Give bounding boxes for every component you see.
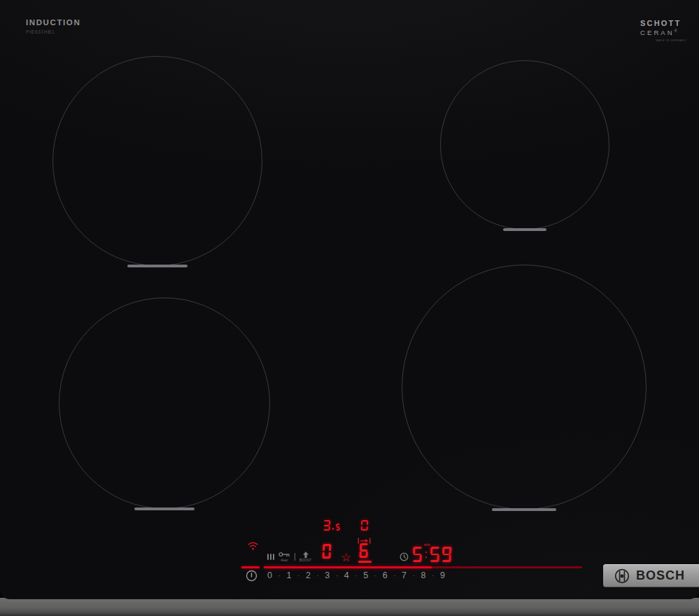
power-button[interactable] bbox=[246, 570, 257, 582]
boost-label: BOOST bbox=[299, 559, 311, 562]
timer-clock-icon[interactable] bbox=[400, 552, 409, 561]
power-scale-dot: · bbox=[316, 571, 319, 580]
ceran-wordmark: CERAN® bbox=[640, 29, 686, 36]
childlock-duration-label: 4sec bbox=[281, 559, 288, 562]
glass-fineprint: MADE IN GERMANY bbox=[656, 38, 686, 42]
seven-segment-digit bbox=[412, 547, 422, 562]
function-key-row: 4sec BOOST bbox=[267, 552, 311, 562]
seven-segment-digit bbox=[361, 520, 369, 531]
power-level-4[interactable]: 4 bbox=[344, 570, 349, 580]
boost-key[interactable]: BOOST bbox=[299, 552, 311, 562]
power-level-8[interactable]: 8 bbox=[421, 570, 426, 580]
cooking-zone-rear-left bbox=[52, 56, 262, 266]
power-level-2[interactable]: 2 bbox=[306, 570, 311, 580]
power-slider-fill bbox=[264, 566, 432, 568]
hob-front-trim bbox=[0, 598, 699, 616]
power-level-6[interactable]: 6 bbox=[383, 570, 388, 580]
divider bbox=[295, 553, 295, 561]
power-scale-dot: · bbox=[278, 571, 281, 580]
seven-segment-digit bbox=[430, 547, 439, 562]
glass-surface: INDUCTION PIE631HB1 SCHOTT CERAN® MADE I… bbox=[0, 0, 699, 599]
zone-marker bbox=[492, 508, 556, 511]
decimal-point bbox=[332, 528, 334, 530]
boost-arrow-icon bbox=[302, 552, 309, 558]
touch-control-panel: ☆ 4sec BOOST bbox=[238, 514, 602, 586]
seven-segment-digit bbox=[335, 524, 340, 531]
timer-display[interactable] bbox=[413, 547, 451, 562]
zone-display-front-right[interactable] bbox=[360, 543, 368, 558]
key-lock-icon bbox=[278, 552, 290, 558]
bosch-badge: BOSCH bbox=[603, 564, 699, 587]
schott-ceran-logo: SCHOTT CERAN® MADE IN GERMANY bbox=[640, 19, 686, 42]
bosch-logo-text: BOSCH bbox=[636, 568, 685, 583]
zone-marker bbox=[134, 507, 195, 510]
cooking-zone-front-left bbox=[59, 298, 270, 509]
power-level-3[interactable]: 3 bbox=[325, 570, 330, 580]
seven-segment-digit bbox=[359, 543, 368, 558]
power-level-0[interactable]: 0 bbox=[267, 570, 272, 580]
colon bbox=[425, 547, 428, 562]
induction-label: INDUCTION bbox=[26, 18, 80, 27]
registered-mark: ® bbox=[675, 29, 677, 33]
power-level-scale[interactable]: 0·1·2·3·4·5·6·7·8·9 bbox=[267, 570, 445, 580]
induction-hob: INDUCTION PIE631HB1 SCHOTT CERAN® MADE I… bbox=[0, 0, 699, 616]
childlock-key[interactable]: 4sec bbox=[278, 552, 290, 562]
zone-display-rear-left[interactable] bbox=[323, 520, 340, 531]
zone-display-rear-right[interactable] bbox=[361, 520, 368, 531]
power-scale-dot: · bbox=[355, 571, 358, 580]
induction-branding: INDUCTION PIE631HB1 bbox=[26, 18, 80, 34]
zone-display-front-left[interactable] bbox=[323, 544, 331, 559]
power-scale-dot: · bbox=[336, 571, 339, 580]
seven-segment-digit bbox=[323, 520, 331, 531]
zone-marker bbox=[127, 265, 188, 267]
power-slider-left-segment bbox=[241, 566, 260, 568]
zone-marker bbox=[503, 228, 546, 231]
power-level-9[interactable]: 9 bbox=[440, 570, 445, 580]
grill-function-icon[interactable] bbox=[267, 554, 274, 560]
power-scale-dot: · bbox=[432, 571, 435, 580]
seven-segment-digit bbox=[442, 547, 451, 562]
schott-wordmark: SCHOTT bbox=[640, 19, 686, 27]
power-level-1[interactable]: 1 bbox=[286, 570, 291, 580]
power-scale-dot: · bbox=[297, 571, 300, 580]
seven-segment-digit bbox=[322, 544, 331, 559]
bosch-emblem-icon bbox=[614, 568, 630, 584]
favorite-star-icon[interactable]: ☆ bbox=[341, 552, 351, 564]
power-scale-dot: · bbox=[374, 571, 377, 580]
cooking-zone-front-right bbox=[402, 265, 647, 510]
power-level-7[interactable]: 7 bbox=[402, 570, 407, 580]
cooking-zone-rear-right bbox=[440, 60, 609, 230]
power-scale-dot: · bbox=[412, 571, 415, 580]
power-scale-dot: · bbox=[393, 571, 396, 580]
zone-selection-underline bbox=[358, 561, 372, 563]
wifi-icon[interactable] bbox=[248, 541, 258, 550]
model-number: PIE631HB1 bbox=[26, 29, 80, 34]
power-level-5[interactable]: 5 bbox=[363, 570, 368, 580]
